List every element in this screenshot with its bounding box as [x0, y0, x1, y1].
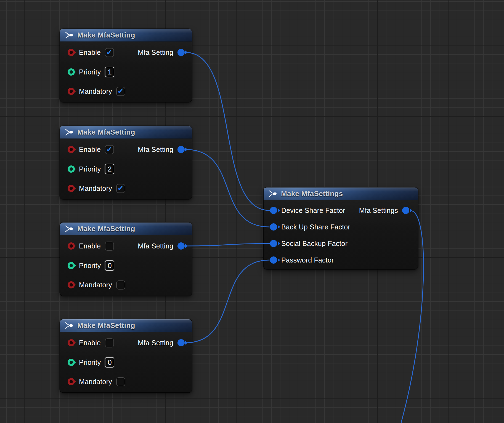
mandatory-checkbox[interactable]: ✓: [116, 87, 125, 96]
wire-setting4-to-password-factor[interactable]: [185, 260, 269, 343]
pin-label-enable: Enable: [79, 146, 101, 154]
enable-checkbox[interactable]: ✓: [105, 242, 114, 251]
check-icon: ✓: [117, 184, 124, 192]
pin-enable-bool[interactable]: [68, 339, 75, 346]
pin-row-mandatory: Mandatory ✓: [60, 376, 125, 387]
pin-row-priority: Priority 2: [60, 164, 114, 175]
priority-input[interactable]: 2: [105, 164, 114, 174]
pin-enable-bool[interactable]: [68, 242, 75, 250]
pin-label-mandatory: Mandatory: [79, 87, 112, 95]
node-make-mfasetting-3[interactable]: Make MfaSetting Enable ✓ Priority 0 Mand…: [60, 223, 192, 296]
pin-mfa-setting-output[interactable]: [177, 49, 185, 56]
pin-row-mandatory: Mandatory ✓: [60, 279, 125, 290]
pin-row-mfa-setting-output: Mfa Setting: [138, 144, 192, 155]
pin-mfa-setting-output[interactable]: [177, 339, 185, 346]
node-title-bar[interactable]: Make MfaSetting: [60, 319, 192, 332]
pin-row-enable: Enable ✓: [60, 47, 114, 58]
pin-row-priority: Priority 0: [60, 260, 114, 271]
mandatory-checkbox[interactable]: ✓: [116, 280, 125, 290]
blueprint-graph-canvas[interactable]: Make MfaSetting Enable ✓ Priority 1 Mand…: [0, 0, 504, 423]
pin-priority-int[interactable]: [68, 165, 75, 173]
pin-mandatory-bool[interactable]: [68, 378, 75, 385]
mandatory-checkbox[interactable]: ✓: [116, 184, 125, 193]
pin-row-priority: Priority 0: [60, 357, 114, 368]
make-struct-icon: [65, 31, 73, 39]
make-struct-icon: [65, 225, 73, 232]
check-icon: ✓: [117, 87, 124, 95]
node-make-mfasetting-2[interactable]: Make MfaSetting Enable ✓ Priority 2 Mand…: [60, 126, 192, 199]
pin-label-mfa-setting: Mfa Setting: [138, 242, 173, 250]
pin-label-mandatory: Mandatory: [79, 378, 112, 386]
node-title-bar[interactable]: Make MfaSettings: [264, 188, 418, 200]
pin-label-mfa-setting: Mfa Setting: [138, 339, 173, 347]
pin-label-priority: Priority: [79, 262, 101, 270]
pin-row-password-factor: Password Factor: [264, 255, 334, 266]
node-make-mfasettings[interactable]: Make MfaSettings Device Share Factor Bac…: [264, 188, 418, 269]
pin-priority-int[interactable]: [68, 68, 75, 76]
pin-social-backup-factor[interactable]: [270, 240, 277, 247]
pin-mandatory-bool[interactable]: [68, 185, 75, 192]
pin-mandatory-bool[interactable]: [68, 88, 75, 95]
pin-label-enable: Enable: [79, 339, 101, 347]
node-title: Make MfaSetting: [77, 31, 135, 39]
pin-priority-int[interactable]: [68, 262, 75, 269]
pin-mandatory-bool[interactable]: [68, 281, 75, 288]
priority-input[interactable]: 1: [105, 67, 114, 77]
node-title: Make MfaSetting: [77, 128, 135, 136]
node-title-bar[interactable]: Make MfaSetting: [60, 223, 192, 235]
pin-row-mandatory: Mandatory ✓: [60, 86, 125, 97]
pin-row-mfa-setting-output: Mfa Setting: [138, 240, 192, 251]
pin-row-backup-share-factor: Back Up Share Factor: [264, 221, 350, 232]
mandatory-checkbox[interactable]: ✓: [116, 377, 125, 386]
wire-setting1-to-device-share-factor[interactable]: [185, 52, 269, 210]
make-struct-icon: [269, 190, 277, 197]
pin-label-social-backup-factor: Social Backup Factor: [281, 240, 348, 248]
priority-input[interactable]: 0: [105, 357, 114, 368]
pin-label-priority: Priority: [79, 358, 101, 366]
enable-checkbox[interactable]: ✓: [105, 48, 114, 57]
pin-priority-int[interactable]: [68, 359, 75, 366]
pin-label-priority: Priority: [79, 165, 101, 173]
pin-label-enable: Enable: [79, 49, 101, 57]
check-icon: ✓: [106, 145, 113, 153]
wire-setting3-to-social-backup-factor[interactable]: [185, 243, 269, 246]
pin-mfa-setting-output[interactable]: [177, 146, 185, 153]
node-make-mfasetting-4[interactable]: Make MfaSetting Enable ✓ Priority 0 Mand…: [60, 319, 192, 392]
pin-label-mandatory: Mandatory: [79, 184, 112, 192]
node-make-mfasetting-1[interactable]: Make MfaSetting Enable ✓ Priority 1 Mand…: [60, 29, 192, 102]
make-struct-icon: [65, 322, 73, 329]
pin-row-mandatory: Mandatory ✓: [60, 183, 125, 194]
wire-setting2-to-backup-share-factor[interactable]: [185, 149, 269, 227]
priority-input[interactable]: 0: [105, 260, 114, 271]
pin-label-mfa-settings: Mfa Settings: [359, 207, 398, 215]
pin-label-password-factor: Password Factor: [281, 256, 334, 264]
pin-label-device-share-factor: Device Share Factor: [281, 207, 345, 215]
pin-backup-share-factor[interactable]: [270, 223, 277, 231]
pin-row-device-share-factor: Device Share Factor: [264, 205, 345, 216]
node-title: Make MfaSettings: [281, 189, 343, 198]
pin-label-backup-share-factor: Back Up Share Factor: [281, 223, 350, 231]
pin-enable-bool[interactable]: [68, 49, 75, 56]
node-title: Make MfaSetting: [77, 321, 135, 330]
node-title-bar[interactable]: Make MfaSetting: [60, 29, 192, 42]
enable-checkbox[interactable]: ✓: [105, 145, 114, 154]
pin-device-share-factor[interactable]: [270, 207, 277, 214]
pin-mfa-settings-output[interactable]: [402, 207, 409, 214]
pin-label-priority: Priority: [79, 68, 101, 76]
pin-row-priority: Priority 1: [60, 66, 114, 77]
pin-label-mfa-setting: Mfa Setting: [138, 146, 173, 154]
pin-row-enable: Enable ✓: [60, 240, 114, 251]
pin-label-mandatory: Mandatory: [79, 281, 112, 289]
node-title: Make MfaSetting: [77, 224, 135, 233]
pin-password-factor[interactable]: [270, 256, 277, 264]
pin-mfa-setting-output[interactable]: [177, 242, 185, 250]
pin-row-enable: Enable ✓: [60, 337, 114, 348]
pin-row-enable: Enable ✓: [60, 144, 114, 155]
enable-checkbox[interactable]: ✓: [105, 338, 114, 347]
pin-label-enable: Enable: [79, 242, 101, 250]
check-icon: ✓: [106, 48, 113, 56]
pin-enable-bool[interactable]: [68, 146, 75, 153]
make-struct-icon: [65, 128, 73, 136]
node-title-bar[interactable]: Make MfaSetting: [60, 126, 192, 139]
pin-row-mfa-setting-output: Mfa Setting: [138, 47, 192, 58]
